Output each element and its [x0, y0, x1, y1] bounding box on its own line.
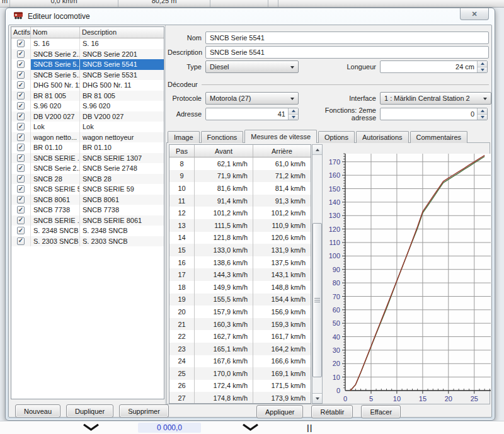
list-item[interactable]: ✓BR 81 005BR 81 005	[11, 91, 164, 101]
table-row[interactable]: 15133,0 km/h131,9 km/h	[169, 244, 311, 256]
list-item[interactable]: ✓S. 2348 SNCBS. 2348 SNCB	[11, 226, 164, 236]
nouveau-button[interactable]: Nouveau	[15, 404, 60, 418]
table-row[interactable]: 27174,8 km/h173,9 km/h	[169, 392, 311, 404]
checkbox[interactable]: ✓	[17, 102, 25, 110]
scroll-up-button[interactable]	[312, 145, 322, 155]
checkbox[interactable]: ✓	[17, 196, 25, 203]
chevron-down-icon[interactable]	[242, 424, 259, 432]
list-item[interactable]: ✓DHG 500 Nr. 11DHG 500 Nr. 11	[11, 80, 164, 91]
table-row[interactable]: 17144,3 km/h143,1 km/h	[169, 268, 311, 281]
list-item[interactable]: ✓DB V200 027DB V200 027	[11, 111, 164, 122]
checkbox[interactable]: ✓	[17, 134, 25, 141]
effacer-button[interactable]: Effacer	[361, 405, 401, 418]
nom-field[interactable]: SNCB Serie 5541	[205, 31, 489, 44]
checkbox[interactable]: ✓	[17, 60, 25, 68]
spin-up-button[interactable]	[289, 108, 298, 114]
scrollbar-track[interactable]	[312, 155, 322, 393]
checkbox[interactable]: ✓	[17, 113, 25, 120]
table-row[interactable]: 971,9 km/h71,2 km/h	[169, 170, 311, 183]
list-item[interactable]: ✓SNCB 7738SNCB 7738	[11, 205, 164, 215]
protocole-dropdown[interactable]: Motorola (27)	[205, 92, 299, 105]
checkbox[interactable]: ✓	[17, 81, 25, 89]
longueur-spinner[interactable]: 24 cm	[380, 60, 488, 73]
description-field[interactable]: SNCB Serie 5541	[205, 46, 489, 59]
table-row[interactable]: 12101,2 km/h101,2 km/h	[169, 207, 311, 219]
table-row[interactable]: 1081,6 km/h81,4 km/h	[169, 182, 311, 195]
checkbox[interactable]: ✓	[17, 92, 25, 100]
fonctions-spinner[interactable]: 0	[380, 108, 488, 120]
checkbox[interactable]: ✓	[17, 40, 25, 47]
list-item[interactable]: ✓SNCB Serie 5...SNCB Serie 5541	[11, 59, 164, 70]
checkbox[interactable]: ✓	[17, 50, 25, 58]
appliquer-button[interactable]: Appliquer	[256, 405, 303, 418]
table-row[interactable]: 14121,8 km/h120,6 km/h	[169, 232, 311, 244]
list-item[interactable]: ✓SNCB Serie 5...SNCB Serie 5531	[11, 70, 164, 81]
list-item[interactable]: ✓SNCB SERIE ...SNCB SERIE 1307	[11, 153, 164, 164]
checkbox[interactable]: ✓	[17, 123, 25, 130]
table-row[interactable]: 23165,1 km/h164,2 km/h	[169, 343, 311, 355]
tab-autorisations[interactable]: Autorisations	[356, 131, 409, 143]
interface-dropdown[interactable]: 1 : Märklin Central Station 2	[380, 92, 491, 105]
table-row[interactable]: 13111,5 km/h110,9 km/h	[169, 219, 311, 232]
scrollbar-thumb[interactable]	[312, 223, 322, 377]
list-item[interactable]: ✓SNCB Serie 2...SNCB Serie 2748	[11, 163, 164, 174]
spin-up-button[interactable]	[478, 61, 487, 67]
checkbox[interactable]: ✓	[17, 217, 25, 224]
list-item[interactable]: ✓LokLok	[11, 122, 164, 132]
list-item[interactable]: ✓SNCB SERIE 59SNCB SERIE 59	[11, 184, 164, 195]
scroll-down-button[interactable]	[312, 393, 322, 403]
table-row[interactable]: 22162,7 km/h161,7 km/h	[169, 330, 311, 343]
column-header-description[interactable]: Description	[80, 27, 164, 38]
spin-down-button[interactable]	[478, 114, 487, 120]
spin-down-button[interactable]	[289, 114, 298, 120]
checkbox[interactable]: ✓	[17, 206, 25, 214]
list-item[interactable]: ✓SNCB 8061SNCB 8061	[11, 195, 164, 205]
table-row[interactable]: 19155,5 km/h154,4 km/h	[169, 294, 311, 306]
type-dropdown[interactable]: Diesel	[205, 60, 299, 73]
checkbox[interactable]: ✓	[17, 227, 25, 234]
list-item[interactable]: ✓BR 01.10BR 01.10	[11, 142, 164, 153]
checkbox[interactable]: ✓	[17, 237, 25, 245]
supprimer-button[interactable]: Supprimer	[119, 404, 169, 418]
nom-cell: Lok	[31, 122, 80, 132]
tab-options[interactable]: Options	[318, 131, 355, 143]
table-row[interactable]: 21160,3 km/h159,3 km/h	[169, 318, 311, 331]
table-row[interactable]: 24167,6 km/h166,6 km/h	[169, 355, 311, 368]
checkbox[interactable]: ✓	[17, 144, 25, 151]
checkbox[interactable]: ✓	[17, 175, 25, 183]
column-header-nom[interactable]: Nom	[31, 27, 80, 38]
tab-mesures-de-vitesse[interactable]: Mesures de vitesse	[244, 130, 317, 143]
list-item[interactable]: ✓S.96 020S.96 020	[11, 101, 164, 111]
checkbox[interactable]: ✓	[17, 154, 25, 162]
checkbox[interactable]: ✓	[17, 164, 25, 172]
table-row[interactable]: 20157,9 km/h156,9 km/h	[169, 306, 311, 318]
list-item[interactable]: ✓wagon netto...wagon nettoyeur	[11, 132, 164, 143]
list-item[interactable]: ✓S. 16S. 16	[11, 38, 164, 49]
chevron-down-icon[interactable]	[83, 424, 100, 432]
table-row[interactable]: 26172,4 km/h171,5 km/h	[169, 380, 311, 392]
speed-chart-svg: 0102030405060708090100110120130140150160…	[324, 146, 493, 403]
checkbox[interactable]: ✓	[17, 71, 25, 79]
dupliquer-button[interactable]: Dupliquer	[66, 404, 113, 418]
retablir-button[interactable]: Rétablir	[311, 405, 353, 418]
speed-table-scrollbar[interactable]	[312, 144, 323, 404]
table-row[interactable]: 16138,6 km/h137,5 km/h	[169, 256, 311, 269]
dialog-title-bar[interactable]: Editeur locomotive	[6, 8, 495, 25]
close-button[interactable]: ✕	[460, 8, 489, 20]
table-row[interactable]: 25170,0 km/h169,1 km/h	[169, 367, 311, 380]
table-row[interactable]: 18149,9 km/h148,8 km/h	[169, 281, 311, 294]
tab-fonctions[interactable]: Fonctions	[201, 131, 244, 143]
spin-up-button[interactable]	[478, 108, 487, 114]
adresse-spinner[interactable]: 41	[205, 108, 299, 120]
tab-image[interactable]: Image	[168, 131, 200, 143]
list-item[interactable]: ✓SNCB Serie 2...SNCB Serie 2201	[11, 49, 164, 60]
table-row[interactable]: 1191,4 km/h91,3 km/h	[169, 195, 311, 207]
list-item[interactable]: ✓SNCB SERIE ...SNCB SERIE 8061	[11, 215, 164, 226]
checkbox[interactable]: ✓	[17, 185, 25, 193]
column-header-actifs[interactable]: Actifs	[11, 27, 31, 38]
list-item[interactable]: ✓SNCB 28SNCB 28	[11, 174, 164, 185]
tab-commentaires[interactable]: Commentaires	[410, 131, 468, 143]
table-row[interactable]: 862,1 km/h61,0 km/h	[169, 157, 311, 170]
list-item[interactable]: ✓S. 2303 SNCBS. 2303 SNCB	[11, 236, 164, 247]
spin-down-button[interactable]	[478, 67, 487, 73]
